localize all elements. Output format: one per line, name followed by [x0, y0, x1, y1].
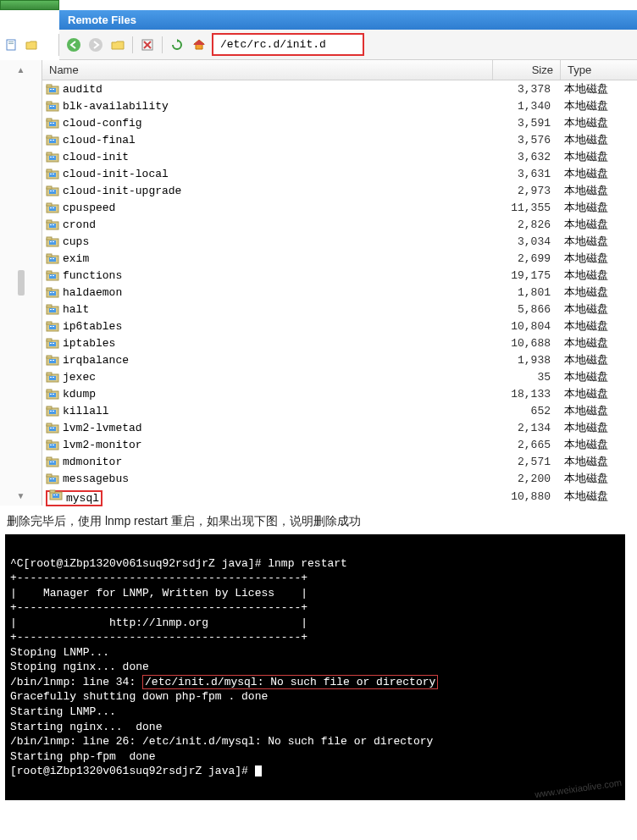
- svg-rect-120: [49, 461, 56, 465]
- file-row[interactable]: lvm2-monitor2,665本地磁盘: [42, 436, 637, 453]
- file-row[interactable]: iptables10,688本地磁盘: [42, 334, 637, 351]
- file-name-text: cloud-init: [63, 151, 490, 163]
- file-type: 本地磁盘: [557, 369, 634, 384]
- file-row[interactable]: cpuspeed11,355本地磁盘: [42, 199, 637, 216]
- file-size: 2,134: [490, 422, 557, 434]
- file-name-text: functions: [63, 269, 490, 282]
- file-type: 本地磁盘: [557, 115, 634, 130]
- file-type: 本地磁盘: [557, 420, 634, 435]
- svg-rect-126: [50, 478, 52, 479]
- home-icon[interactable]: [190, 36, 208, 54]
- svg-rect-0: [7, 40, 15, 50]
- file-row[interactable]: cups3,034本地磁盘: [42, 233, 637, 250]
- file-row[interactable]: cloud-init-upgrade2,973本地磁盘: [42, 182, 637, 199]
- file-type: 本地磁盘: [557, 132, 634, 147]
- file-row[interactable]: kdump18,133本地磁盘: [42, 385, 637, 402]
- file-size: 10,688: [490, 337, 557, 350]
- forward-button[interactable]: [86, 36, 105, 54]
- file-row[interactable]: irqbalance1,938本地磁盘: [42, 351, 637, 368]
- svg-rect-87: [53, 343, 54, 344]
- file-size: 3,631: [490, 168, 557, 180]
- file-type: 本地磁盘: [557, 454, 634, 469]
- file-row[interactable]: killall652本地磁盘: [42, 402, 637, 419]
- svg-rect-39: [47, 186, 52, 189]
- doc-icon[interactable]: [2, 36, 20, 54]
- svg-rect-82: [53, 326, 54, 327]
- file-name-text: kdump: [63, 388, 490, 401]
- file-row[interactable]: ip6tables10,804本地磁盘: [42, 318, 637, 334]
- col-name-header[interactable]: Name: [42, 60, 493, 80]
- top-tab[interactable]: [0, 0, 59, 10]
- file-name-text: cups: [63, 235, 490, 248]
- scroll-up-icon[interactable]: ▲: [17, 65, 25, 75]
- file-icon: [46, 387, 61, 401]
- svg-rect-97: [53, 377, 54, 378]
- file-row[interactable]: functions19,175本地磁盘: [42, 267, 637, 284]
- file-size: 10,880: [490, 490, 557, 503]
- address-input[interactable]: /etc/rc.d/init.d: [212, 33, 364, 56]
- svg-rect-22: [53, 123, 54, 124]
- back-button[interactable]: [64, 36, 83, 54]
- svg-rect-49: [47, 220, 52, 223]
- svg-rect-24: [47, 135, 52, 138]
- terminal-error-highlight: /etc/init.d/mysql: No such file or direc…: [142, 675, 438, 689]
- file-icon: [46, 353, 61, 367]
- file-row[interactable]: cloud-init-local3,631本地磁盘: [42, 165, 637, 182]
- file-type: 本地磁盘: [557, 386, 634, 401]
- svg-rect-59: [47, 254, 52, 257]
- svg-rect-71: [50, 292, 52, 293]
- left-scrollbar[interactable]: ▲ ▼: [0, 60, 42, 506]
- svg-rect-14: [47, 102, 52, 104]
- folder-icon[interactable]: [108, 36, 127, 54]
- svg-rect-92: [53, 360, 54, 361]
- refresh-icon[interactable]: [168, 36, 186, 54]
- file-row[interactable]: cloud-config3,591本地磁盘: [42, 114, 637, 131]
- file-name-text: halt: [63, 303, 490, 316]
- file-row[interactable]: cloud-final3,576本地磁盘: [42, 131, 637, 148]
- file-row[interactable]: halt5,866本地磁盘: [42, 301, 637, 318]
- svg-rect-1: [8, 41, 14, 42]
- file-size: 3,576: [490, 134, 557, 146]
- file-name-text: mdmonitor: [63, 456, 490, 468]
- svg-rect-12: [53, 89, 54, 90]
- file-row[interactable]: jexec35本地磁盘: [42, 368, 637, 385]
- file-name-text: cloud-init-upgrade: [63, 185, 490, 197]
- svg-rect-112: [53, 428, 54, 428]
- file-name-text: haldaemon: [63, 286, 490, 299]
- file-icon: [46, 251, 61, 265]
- file-size: 2,699: [490, 252, 557, 265]
- file-row[interactable]: auditd3,378本地磁盘: [42, 80, 637, 97]
- file-row[interactable]: mdmonitor2,571本地磁盘: [42, 453, 637, 470]
- file-type: 本地磁盘: [557, 489, 634, 504]
- file-type: 本地磁盘: [557, 471, 634, 486]
- cursor-icon: [255, 765, 262, 776]
- file-row[interactable]: mysql10,880本地磁盘: [42, 487, 637, 506]
- file-size: 1,938: [490, 354, 557, 367]
- svg-rect-42: [53, 191, 54, 191]
- svg-rect-81: [50, 326, 52, 327]
- svg-rect-69: [47, 288, 52, 290]
- delete-icon[interactable]: [138, 36, 157, 54]
- file-row[interactable]: lvm2-lvmetad2,134本地磁盘: [42, 419, 637, 436]
- folder-open-icon[interactable]: [22, 36, 41, 54]
- svg-rect-104: [47, 406, 52, 409]
- svg-rect-50: [49, 224, 56, 228]
- svg-rect-124: [47, 474, 52, 477]
- file-row[interactable]: crond2,826本地磁盘: [42, 216, 637, 233]
- file-icon: [46, 218, 61, 231]
- file-row[interactable]: blk-availability1,340本地磁盘: [42, 97, 637, 114]
- file-row[interactable]: haldaemon1,801本地磁盘: [42, 284, 637, 301]
- file-icon: [46, 455, 61, 468]
- svg-rect-16: [50, 106, 52, 107]
- col-size-header[interactable]: Size: [493, 60, 561, 80]
- scroll-down-icon[interactable]: ▼: [17, 491, 25, 500]
- file-size: 3,034: [490, 235, 557, 248]
- file-row[interactable]: messagebus2,200本地磁盘: [42, 470, 637, 487]
- col-type-header[interactable]: Type: [561, 60, 637, 80]
- file-size: 1,801: [490, 286, 557, 299]
- file-row[interactable]: exim2,699本地磁盘: [42, 250, 637, 267]
- file-row[interactable]: cloud-init3,632本地磁盘: [42, 148, 637, 165]
- svg-rect-89: [47, 356, 52, 358]
- svg-rect-44: [47, 203, 52, 206]
- scroll-grip[interactable]: [18, 270, 25, 296]
